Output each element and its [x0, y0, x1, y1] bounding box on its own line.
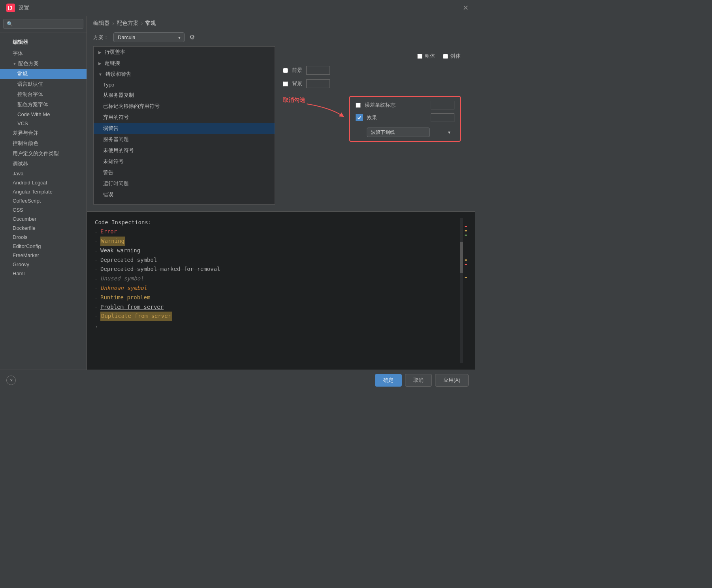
list-item-error-label: 错误 [103, 192, 113, 197]
preview-runtime-text: Runtime problem [100, 293, 150, 302]
preview-scroll-thumb[interactable] [460, 242, 463, 273]
sidebar-item-font[interactable]: 字体 [0, 48, 87, 58]
list-item-hyperlinks[interactable]: ▶ 超链接 [94, 58, 275, 69]
list-item-line-coverage[interactable]: ▶ 行覆盖率 [94, 47, 275, 58]
preview-unknown-text: Unknown symbol [100, 284, 147, 293]
preview-header: Code Inspections: [95, 218, 151, 227]
sidebar-item-general[interactable]: 常规 [0, 69, 87, 79]
list-item-errors-warnings[interactable]: ▼ 错误和警告 [94, 69, 275, 80]
list-item-hyperlinks-label: 超链接 [105, 60, 120, 67]
apply-button[interactable]: 应用(A) [435, 374, 469, 387]
preview-scrollbar[interactable] [460, 218, 463, 364]
list-item-unused-symbol[interactable]: 未使用的符号 [94, 145, 275, 156]
background-row: 背景 [283, 79, 461, 88]
list-item-warning[interactable]: 警告 [94, 167, 275, 178]
foreground-color-box[interactable] [306, 66, 330, 75]
sidebar-item-console-font[interactable]: 控制台字体 [0, 89, 87, 100]
sidebar-item-dockerfile[interactable]: Dockerfile [0, 224, 87, 233]
list-item-deprecated-marked[interactable]: 已标记为移除的弃用符号 [94, 101, 275, 112]
effect-select-wrapper: 波浪下划线 实线下划线 加粗下划线 删除线 ▼ [367, 128, 454, 137]
sidebar-item-color-scheme-label: 配色方案 [18, 60, 39, 67]
foreground-checkbox[interactable] [283, 68, 288, 73]
preview-line-dot: . [95, 321, 460, 331]
sidebar: 编辑器 字体 ▼ 配色方案 常规 语言默认值 控制台字体 配色方案字体 Co [0, 16, 87, 370]
list-item-server-problem[interactable]: 服务器问题 [94, 134, 275, 145]
effect-select[interactable]: 波浪下划线 实线下划线 加粗下划线 删除线 [367, 128, 430, 137]
italic-checkbox[interactable] [443, 54, 448, 59]
list-item-unknown-symbol[interactable]: 未知符号 [94, 156, 275, 167]
sidebar-item-editorconfig[interactable]: EditorConfig [0, 242, 87, 251]
close-button[interactable]: ✕ [463, 4, 469, 11]
sidebar-item-css[interactable]: CSS [0, 205, 87, 214]
list-item-runtime-problem[interactable]: 运行时问题 [94, 178, 275, 189]
highlight-box: 误差条纹标志 效果 [349, 96, 461, 142]
background-checkbox[interactable] [283, 81, 288, 86]
bold-checkbox[interactable] [417, 54, 422, 59]
preview-warning-text: Warning [100, 237, 125, 246]
gear-button[interactable]: ⚙ [189, 34, 195, 41]
effect-color-box[interactable] [431, 113, 454, 122]
sidebar-item-coffeescript[interactable]: CoffeeScript [0, 196, 87, 205]
sidebar-item-android-logcat[interactable]: Android Logcat [0, 178, 87, 187]
title-bar-left: IJ 设置 [6, 4, 29, 12]
sidebar-item-lang-defaults[interactable]: 语言默认值 [0, 79, 87, 89]
error-stripe-checkbox[interactable] [356, 103, 361, 108]
effect-checkbox[interactable] [356, 114, 363, 121]
svg-text:IJ: IJ [8, 5, 12, 11]
schema-row: 方案： Darcula Default High contrast ▼ ⚙ [87, 31, 475, 46]
sidebar-item-color-font[interactable]: 配色方案字体 [0, 100, 87, 110]
schema-label: 方案： [93, 34, 109, 41]
bullet-duplicate: · [95, 314, 97, 320]
background-color-box[interactable] [306, 79, 330, 88]
list-item-typo[interactable]: Typo [94, 80, 275, 90]
sidebar-item-console-colors[interactable]: 控制台颜色 [0, 138, 87, 148]
sidebar-item-color-scheme[interactable]: ▼ 配色方案 [0, 58, 87, 69]
confirm-button[interactable]: 确定 [375, 374, 402, 387]
help-button[interactable]: ? [6, 376, 16, 385]
preview-line-unused: · Unused symbol [95, 274, 460, 284]
preview-line-header: Code Inspections: [95, 218, 460, 227]
annotation-text: 取消勾选 [283, 97, 305, 104]
list-item-from-server[interactable]: 从服务器复制 [94, 90, 275, 101]
preview-unused-text: Unused symbol [100, 274, 144, 284]
sidebar-item-color-font-label: 配色方案字体 [17, 101, 48, 108]
italic-label: 斜体 [450, 53, 461, 60]
preview-deprecated-removal-text: Deprecated symbol marked for removal [100, 265, 220, 274]
right-indicators [463, 218, 467, 364]
schema-select[interactable]: Darcula Default High contrast [113, 32, 185, 42]
list-item-weak-warning[interactable]: 弱警告 [94, 123, 275, 134]
sidebar-item-freemarker[interactable]: FreeMarker [0, 251, 87, 260]
error-stripe-color-box[interactable] [431, 101, 454, 109]
bold-checkbox-label[interactable]: 粗体 [417, 53, 435, 60]
preview-line-warning: · Warning [95, 237, 460, 246]
sidebar-item-code-with-me[interactable]: Code With Me [0, 110, 87, 119]
sidebar-item-diff-merge-label: 差异与合并 [13, 130, 38, 137]
foreground-label: 前景 [292, 67, 302, 74]
sidebar-item-angular-template[interactable]: Angular Template [0, 187, 87, 196]
sidebar-item-cucumber[interactable]: Cucumber [0, 214, 87, 224]
list-item-error[interactable]: 错误 [94, 189, 275, 200]
props-panel: 粗体 斜体 前景 背景 [275, 46, 469, 205]
bullet-deprecated: · [95, 257, 97, 264]
sidebar-item-user-file-types[interactable]: 用户定义的文件类型 [0, 148, 87, 159]
sidebar-item-diff-merge[interactable]: 差异与合并 [0, 128, 87, 138]
list-item-runtime-problem-label: 运行时问题 [103, 180, 129, 186]
list-item-deprecated-symbol-label: 弃用的符号 [103, 114, 129, 120]
list-item-deprecated-marked-label: 已标记为移除的弃用符号 [103, 103, 160, 109]
sidebar-item-java[interactable]: Java [0, 169, 87, 178]
sidebar-item-drools[interactable]: Drools [0, 233, 87, 242]
preview-line-duplicate: · Duplicate from server [95, 312, 460, 321]
expand-arrow-color-scheme: ▼ [13, 62, 17, 66]
sidebar-item-groovy[interactable]: Groovy [0, 260, 87, 269]
italic-checkbox-label[interactable]: 斜体 [443, 53, 461, 60]
list-item-deprecated-symbol[interactable]: 弃用的符号 [94, 112, 275, 123]
sidebar-item-font-label: 字体 [13, 50, 23, 57]
cancel-button[interactable]: 取消 [405, 374, 432, 387]
sidebar-item-freemarker-label: FreeMarker [13, 252, 39, 258]
preview-line-unknown: · Unknown symbol [95, 284, 460, 293]
sidebar-item-haml[interactable]: Haml [0, 269, 87, 278]
sidebar-item-vcs[interactable]: VCS [0, 119, 87, 128]
sidebar-item-debugger[interactable]: 调试器 [0, 159, 87, 169]
search-input[interactable] [3, 19, 83, 29]
expand-arrow-errors-warnings: ▼ [98, 72, 102, 77]
